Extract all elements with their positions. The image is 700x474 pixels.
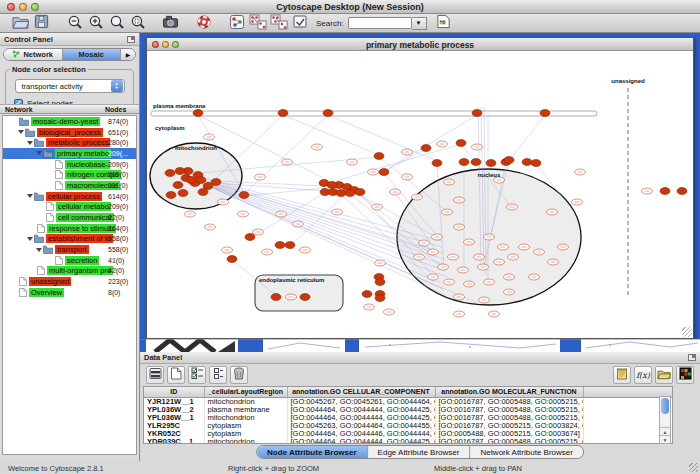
table-row[interactable]: YJR121W__1mitochondrion[GO:0045267, GO:0… [144,397,672,406]
tree-expand-icon[interactable] [17,130,25,134]
tree-row[interactable]: response to stimulu264(0) [3,223,136,234]
graph-node[interactable] [522,159,532,166]
import-attributes-button[interactable] [655,366,673,384]
unselect-attributes-button[interactable] [209,366,227,384]
tree-row[interactable]: cell communicat22(0) [3,212,136,223]
help-button[interactable] [193,14,214,32]
graph-node[interactable] [186,177,196,184]
import-table-button[interactable] [433,14,454,32]
graph-node[interactable] [166,192,176,199]
float-panel-icon[interactable] [127,36,135,43]
graph-node[interactable] [540,110,550,117]
table-column-header[interactable]: _cellularLayoutRegion [204,387,287,397]
graph-node[interactable] [203,183,213,190]
scroll-down-icon[interactable]: ▼ [660,435,670,443]
graph-node[interactable] [323,110,333,117]
graph-node[interactable] [173,182,183,189]
graph-node[interactable] [471,159,481,166]
graph-node[interactable] [178,190,188,197]
tree-row[interactable]: nucleobase-209(0) [3,159,136,170]
graph-node[interactable] [327,182,337,189]
layout-button[interactable] [226,14,247,32]
delete-attribute-button[interactable] [230,366,248,384]
graph-node[interactable] [432,160,442,167]
tree-row[interactable]: secretion41(0) [3,255,136,266]
graph-node[interactable] [456,140,466,147]
tab-network-attribute-browser[interactable]: Network Attribute Browser [470,446,582,458]
graph-node[interactable] [239,192,249,199]
tree-row[interactable]: cellular metabo209(0) [3,202,136,213]
attribute-grid-button[interactable] [146,366,164,384]
tree-row[interactable]: mosaic-demo-yeast874(0) [3,116,136,127]
graph-node[interactable] [175,168,185,175]
graph-node[interactable] [271,294,281,301]
network-window-titlebar[interactable]: primary metabolic process [147,38,693,51]
graph-node[interactable] [504,157,514,164]
graph-node[interactable] [165,170,175,177]
select-attributes-button[interactable] [188,366,206,384]
node-color-dropdown[interactable]: transporter activity ▲▼ [15,79,125,93]
attribute-table[interactable]: ID_cellularLayoutRegionannotation.GO CEL… [144,387,673,444]
tree-row[interactable]: primary metabo209(... [3,148,136,159]
network-graph[interactable]: plasma membranecytoplasmmitochondrionnuc… [147,51,693,338]
table-row[interactable]: YLR295Ccytoplasm[GO:0045263, GO:0044464,… [144,422,672,430]
zoom-fit-button[interactable] [106,14,127,32]
attribute-mapper-button[interactable] [247,14,268,32]
graph-node[interactable] [472,110,482,117]
search-input[interactable] [348,17,412,29]
tree-row[interactable]: metabolic process280(0) [3,137,136,148]
tree-expand-icon[interactable] [26,141,34,145]
scroll-up-icon[interactable]: ▲ [660,427,670,435]
graph-node[interactable] [355,189,365,196]
new-attribute-button[interactable] [167,366,185,384]
tree-row[interactable]: nitrogen compo209(0) [3,169,136,180]
table-row[interactable]: YDR039C__1mitochondrion[GO:0044464, GO:0… [144,438,672,445]
zoom-in-button[interactable] [85,14,106,32]
open-session-button[interactable] [10,14,31,32]
graph-node[interactable] [374,153,384,160]
tree-expand-icon[interactable] [26,194,34,198]
formula-button[interactable]: f(x) [634,366,652,384]
notes-button[interactable] [613,366,631,384]
graph-node[interactable] [421,145,431,152]
table-column-header[interactable]: annotation.GO CELLULAR_COMPONENT [287,387,435,397]
window-resize-grip[interactable] [689,463,698,472]
tree-expand-icon[interactable] [26,237,34,241]
tab-edge-attribute-browser[interactable]: Edge Attribute Browser [368,446,471,458]
tree-row[interactable]: establishment of lo558(0) [3,234,136,245]
graph-node[interactable] [245,234,255,241]
table-row[interactable]: YPL036W__1mitochondrion[GO:0044464, GO:0… [144,414,672,422]
float-data-panel-icon[interactable] [688,354,696,361]
graph-node[interactable] [196,177,206,184]
tab-mosaic[interactable]: Mosaic [63,49,122,60]
tree-row[interactable]: transport558(0) [3,244,136,255]
table-row[interactable]: YKR052Ccytoplasm[GO:0044464, GO:0044446,… [144,430,672,438]
tree-expand-icon[interactable] [35,151,43,155]
graph-node[interactable] [278,110,288,117]
search-dropdown-button[interactable]: ▼ [412,17,427,30]
graph-node[interactable] [227,256,237,263]
tree-row[interactable]: Overview8(0) [3,287,136,298]
graph-node[interactable] [345,190,355,197]
graph-node[interactable] [486,160,496,167]
tree-row[interactable]: cellular process614(0) [3,191,136,202]
matrix-view-button[interactable] [676,366,694,384]
tabs-overflow-button[interactable]: ▶ [121,49,135,60]
table-scrollbar[interactable]: ▲ ▼ [659,396,671,444]
tab-network[interactable]: Network [4,49,63,60]
scrollbar-thumb[interactable] [661,398,669,414]
save-session-button[interactable] [31,14,52,32]
graph-node[interactable] [193,110,203,117]
tree-expand-icon[interactable] [35,248,43,252]
annotation-button[interactable] [289,14,310,32]
graph-node[interactable] [375,279,385,286]
attribute-batch-button[interactable] [268,14,289,32]
graph-node[interactable] [362,291,372,298]
canvas-resize-grip[interactable] [682,327,692,337]
table-column-header[interactable]: ID [144,387,204,397]
graph-node[interactable] [379,169,389,176]
snapshot-button[interactable] [160,14,181,32]
zoom-out-button[interactable] [64,14,85,32]
tree-row[interactable]: unassigned223(0) [3,276,136,287]
graph-node[interactable] [531,160,541,167]
